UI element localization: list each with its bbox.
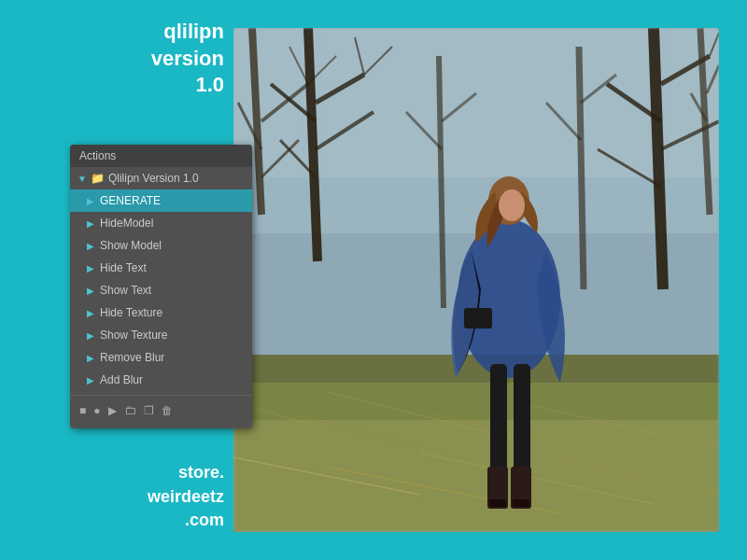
store-line2: weirdeetz <box>28 485 224 509</box>
store-line1: store. <box>28 461 224 484</box>
store-area: store. weirdeetz .com <box>28 461 224 532</box>
action-item-show-texture[interactable]: ▶Show Texture <box>70 324 252 346</box>
action-label: Add Blur <box>100 373 143 386</box>
action-label: Show Model <box>100 239 162 252</box>
svg-rect-52 <box>464 308 492 329</box>
action-label: Hide Texture <box>100 306 162 319</box>
photo-container <box>233 28 719 532</box>
svg-rect-5 <box>233 420 719 532</box>
action-item-hide-text[interactable]: ▶Hide Text <box>70 257 252 279</box>
chevron-right-icon: ▶ <box>87 218 94 229</box>
folder-label: Qlilipn Version 1.0 <box>108 172 199 185</box>
delete-icon[interactable]: 🗑 <box>162 404 173 417</box>
action-label: Remove Blur <box>100 351 164 364</box>
folder-tool-icon[interactable]: 🗀 <box>124 403 136 417</box>
chevron-right-icon: ▶ <box>87 196 94 206</box>
action-item-show-model[interactable]: ▶Show Model <box>70 234 252 257</box>
action-item-hide-texture[interactable]: ▶Hide Texture <box>70 301 252 324</box>
chevron-right-icon: ▶ <box>87 308 94 318</box>
chevron-down-icon: ▼ <box>78 174 87 184</box>
title-area: qlilipn version 1.0 <box>28 19 224 99</box>
action-label: HideModel <box>100 217 153 230</box>
svg-rect-50 <box>489 499 506 507</box>
stop-icon[interactable]: ■ <box>79 404 86 417</box>
svg-point-45 <box>499 189 525 221</box>
panel-header: Actions <box>70 145 252 167</box>
action-items-list: ▶GENERATE▶HideModel▶Show Model▶Hide Text… <box>70 189 252 391</box>
action-item-show-text[interactable]: ▶Show Text <box>70 279 252 301</box>
actions-panel: Actions ▼ 📁 Qlilipn Version 1.0 ▶GENERAT… <box>70 145 252 428</box>
svg-rect-51 <box>513 499 529 507</box>
action-label: GENERATE <box>100 194 161 207</box>
action-item-add-blur[interactable]: ▶Add Blur <box>70 369 252 391</box>
store-line3: .com <box>28 509 224 532</box>
chevron-right-icon: ▶ <box>87 286 94 296</box>
play-icon[interactable]: ▶ <box>108 404 117 417</box>
title-line1: qlilipn <box>28 19 224 46</box>
circle-icon[interactable]: ● <box>93 404 100 417</box>
title-line3: 1.0 <box>28 72 224 99</box>
action-item-hidemodel[interactable]: ▶HideModel <box>70 212 252 234</box>
chevron-right-icon: ▶ <box>87 330 94 341</box>
action-label: Hide Text <box>100 261 147 274</box>
chevron-right-icon: ▶ <box>87 375 94 385</box>
chevron-right-icon: ▶ <box>87 263 94 273</box>
toolbar: ■ ● ▶ 🗀 ❐ 🗑 <box>70 395 252 421</box>
folder-icon: 📁 <box>91 172 105 185</box>
chevron-right-icon: ▶ <box>87 353 94 363</box>
action-label: Show Texture <box>100 329 168 342</box>
copy-icon[interactable]: ❐ <box>144 404 154 417</box>
title-line2: version <box>28 46 224 73</box>
action-label: Show Text <box>100 284 151 297</box>
svg-line-40 <box>579 47 584 289</box>
photo-svg <box>233 28 719 532</box>
folder-row[interactable]: ▼ 📁 Qlilipn Version 1.0 <box>70 167 252 189</box>
action-item-remove-blur[interactable]: ▶Remove Blur <box>70 346 252 369</box>
chevron-right-icon: ▶ <box>87 241 94 251</box>
photo-background <box>233 28 719 532</box>
action-item-generate[interactable]: ▶GENERATE <box>70 189 252 212</box>
